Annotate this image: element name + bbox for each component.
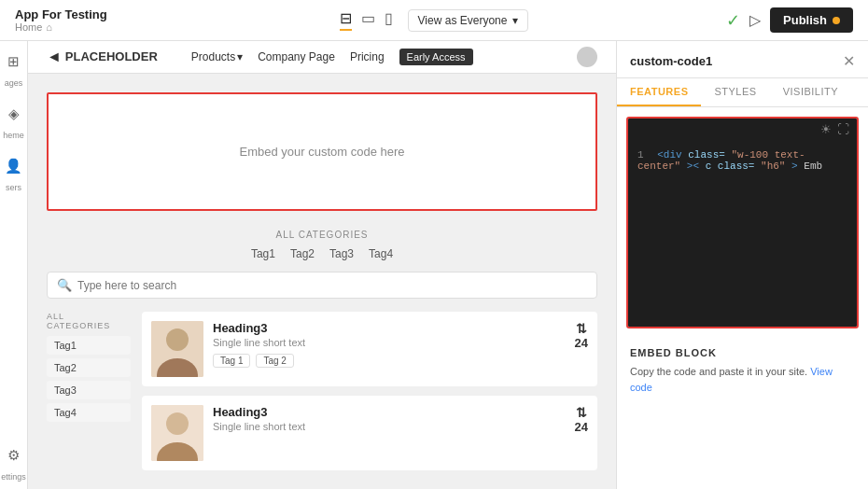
sidebar-icon-pages[interactable]: ⊞ <box>1 49 27 75</box>
desktop-icon[interactable]: ⊟ <box>340 9 352 31</box>
all-categories-label: ALL CATEGORIES <box>47 230 597 240</box>
embed-desc: Copy the code and paste it in your site.… <box>630 364 855 395</box>
chevron-down-icon: ▾ <box>512 14 518 27</box>
code-tag-close: >< <box>687 161 699 172</box>
users-label: sers <box>6 183 21 192</box>
pages-label: ages <box>5 78 23 88</box>
play-icon[interactable]: ▷ <box>749 11 761 29</box>
cat-tag2[interactable]: Tag2 <box>47 358 131 377</box>
check-icon[interactable]: ✓ <box>726 10 740 31</box>
code-attr-class: class= <box>688 149 725 161</box>
mobile-icon[interactable]: ▯ <box>385 9 393 31</box>
card-item: Heading3 Single line short text ⇅ 24 <box>142 396 597 470</box>
tag-top-4[interactable]: Tag4 <box>369 247 393 260</box>
publish-label: Publish <box>783 13 827 27</box>
cat-tag3[interactable]: Tag3 <box>47 381 131 399</box>
home-label: Home <box>15 21 42 33</box>
cards-list: Heading3 Single line short text Tag 1 Ta… <box>142 312 597 480</box>
preview-logo: ◄ PLACEHOLDER <box>47 49 158 65</box>
avatar <box>151 405 203 461</box>
device-controls: ⊟ ▭ ▯ View as Everyone ▾ <box>340 9 529 32</box>
expand-icon[interactable]: ⛶ <box>837 122 849 136</box>
top-tags-bar: Tag1 Tag2 Tag3 Tag4 <box>47 247 597 260</box>
home-icon: ⌂ <box>46 21 52 33</box>
code-tag-gt: > <box>791 161 798 172</box>
code-editor[interactable]: 1 <div class= "w-100 text-center" >< c c… <box>628 140 857 327</box>
tab-features[interactable]: FEATURES <box>617 78 701 106</box>
logo-text: PLACEHOLDER <box>65 49 158 63</box>
tab-visibility[interactable]: VISIBILITY <box>770 78 851 106</box>
theme-label: heme <box>3 131 24 140</box>
code-attr-c: c <box>706 161 718 172</box>
two-col-layout: ALL CATEGORIES Tag1 Tag2 Tag3 Tag4 <box>47 312 597 480</box>
card-item: Heading3 Single line short text Tag 1 Ta… <box>142 312 597 386</box>
embed-desc-text: Copy the code and paste it in your site. <box>630 366 807 377</box>
view-as-dropdown[interactable]: View as Everyone ▾ <box>408 9 529 32</box>
panel-tabs: FEATURES STYLES VISIBILITY <box>617 78 868 107</box>
line-number: 1 <box>637 149 644 161</box>
card-desc-2: Single line short text <box>213 421 566 432</box>
cat-tag1[interactable]: Tag1 <box>47 336 131 355</box>
tablet-icon[interactable]: ▭ <box>361 9 375 31</box>
card-tag-1[interactable]: Tag 1 <box>213 354 250 368</box>
nav-links: Products ▾ Company Page Pricing Early Ac… <box>191 49 473 65</box>
right-panel-header: custom-code1 ✕ <box>617 41 868 78</box>
nav-pricing[interactable]: Pricing <box>350 50 385 63</box>
avatar-svg-2 <box>151 405 203 461</box>
logo-arrow-icon: ◄ <box>47 49 62 65</box>
publish-dot <box>833 17 840 24</box>
canvas-area: ◄ PLACEHOLDER Products ▾ Company Page Pr… <box>28 41 616 489</box>
cat-tag4[interactable]: Tag4 <box>47 403 131 422</box>
arrow-up-icon: ⇅ <box>576 321 587 336</box>
card-count: ⇅ 24 <box>575 321 588 350</box>
tag-top-3[interactable]: Tag3 <box>329 247 354 260</box>
nav-products[interactable]: Products ▾ <box>191 50 243 63</box>
tag-top-2[interactable]: Tag2 <box>290 247 315 260</box>
card-tag-2[interactable]: Tag 2 <box>256 354 293 368</box>
publish-button[interactable]: Publish <box>770 7 853 33</box>
sidebar-icon-theme[interactable]: ◈ <box>1 101 27 127</box>
card-count-value: 24 <box>575 336 588 350</box>
content-section: ALL CATEGORIES Tag1 Tag2 Tag3 Tag4 🔍 ALL… <box>28 230 616 489</box>
sun-icon[interactable]: ☀ <box>820 122 832 136</box>
arrow-up-icon-2: ⇅ <box>576 405 587 420</box>
card-desc: Single line short text <box>213 337 566 348</box>
top-bar: App For Testing Home ⌂ ⊟ ▭ ▯ View as Eve… <box>0 0 868 41</box>
main-layout: ⊞ ages ◈ heme 👤 sers ⚙ ettings ◄ PLACEHO… <box>0 41 868 489</box>
sidebar-icon-users[interactable]: 👤 <box>1 153 27 179</box>
left-sidebar: ⊞ ages ◈ heme 👤 sers ⚙ ettings <box>0 41 28 489</box>
tag-top-1[interactable]: Tag1 <box>251 247 275 260</box>
card-info-2: Heading3 Single line short text <box>213 405 566 438</box>
nav-products-label: Products <box>191 50 235 63</box>
embed-placeholder: Embed your custom code here <box>239 145 404 159</box>
nav-early-access[interactable]: Early Access <box>399 49 473 65</box>
card-heading-2: Heading3 <box>213 405 566 419</box>
code-editor-wrapper: ☀ ⛶ 1 <div class= "w-100 text-center" ><… <box>626 117 859 328</box>
close-button[interactable]: ✕ <box>843 52 855 70</box>
card-count-2: ⇅ 24 <box>575 405 588 434</box>
panel-title: custom-code1 <box>630 54 712 68</box>
embed-block: Embed your custom code here <box>47 92 597 211</box>
embed-info: EMBED BLOCK Copy the code and paste it i… <box>617 338 868 404</box>
device-icons: ⊟ ▭ ▯ <box>340 9 393 31</box>
search-input[interactable] <box>77 279 587 292</box>
editor-toolbar: ☀ ⛶ <box>628 119 857 140</box>
sidebar-icon-settings[interactable]: ⚙ <box>1 442 27 468</box>
card-tags: Tag 1 Tag 2 <box>213 354 566 368</box>
categories-sidebar: ALL CATEGORIES Tag1 Tag2 Tag3 Tag4 <box>47 312 131 480</box>
card-info: Heading3 Single line short text Tag 1 Ta… <box>213 321 566 368</box>
breadcrumb: Home ⌂ <box>15 21 329 33</box>
card-heading: Heading3 <box>213 321 566 335</box>
nav-products-arrow: ▾ <box>237 50 243 63</box>
app-info: App For Testing Home ⌂ <box>15 7 329 33</box>
card-count-value-2: 24 <box>575 420 588 434</box>
view-as-label: View as Everyone <box>418 14 508 27</box>
preview-nav: ◄ PLACEHOLDER Products ▾ Company Page Pr… <box>28 41 616 74</box>
nav-company[interactable]: Company Page <box>258 50 335 63</box>
tab-styles[interactable]: STYLES <box>701 78 769 106</box>
svg-point-1 <box>166 328 189 351</box>
code-val-h6: "h6" <box>761 161 785 172</box>
embed-block-title: EMBED BLOCK <box>630 347 855 358</box>
app-title: App For Testing <box>15 7 329 21</box>
avatar-svg <box>151 321 203 377</box>
